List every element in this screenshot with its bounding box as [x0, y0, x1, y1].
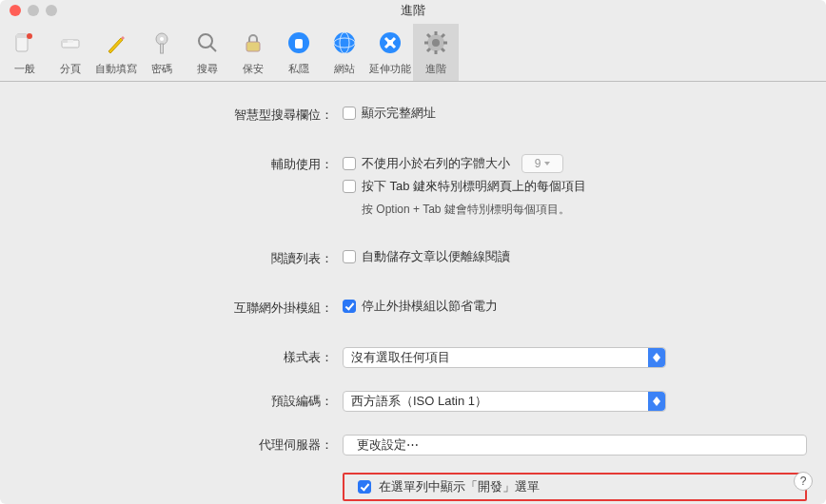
- help-button[interactable]: ?: [794, 472, 813, 491]
- tab-autofill[interactable]: 自動填寫: [93, 24, 139, 81]
- tab-highlight-checkbox[interactable]: [343, 180, 356, 193]
- search-icon: [192, 28, 223, 58]
- stop-plugins-label: 停止外掛模組以節省電力: [362, 298, 498, 315]
- min-font-checkbox[interactable]: [343, 157, 356, 170]
- smart-search-label: 智慧型搜尋欄位：: [19, 105, 343, 124]
- key-icon: [147, 28, 177, 58]
- reading-list-row: 閱讀列表： 自動儲存文章以便離線閱讀: [19, 248, 807, 267]
- tab-highlight-label: 按下 Tab 鍵來特別標明網頁上的每個項目: [362, 178, 586, 195]
- tab-label: 分頁: [60, 62, 81, 76]
- svg-point-14: [334, 32, 355, 53]
- zoom-button[interactable]: [46, 5, 57, 16]
- accessibility-hint: 按 Option + Tab 鍵會特別標明每個項目。: [362, 202, 807, 218]
- proxy-row: 代理伺服器： 更改設定⋯: [19, 435, 807, 456]
- tab-search[interactable]: 搜尋: [185, 24, 230, 81]
- tab-extensions[interactable]: 延伸功能: [367, 24, 413, 81]
- svg-rect-4: [62, 40, 68, 43]
- change-settings-button[interactable]: 更改設定⋯: [343, 435, 807, 456]
- tabs-icon: [55, 28, 86, 58]
- lock-icon: [238, 28, 268, 58]
- accessibility-label: 輔助使用：: [19, 154, 343, 173]
- svg-line-10: [210, 46, 216, 51]
- plugins-label: 互聯網外掛模組：: [19, 298, 343, 317]
- titlebar: 進階: [0, 0, 826, 21]
- globe-icon: [329, 28, 360, 58]
- close-button[interactable]: [10, 5, 21, 16]
- stylesheet-select[interactable]: 沒有選取任何項目: [343, 347, 666, 368]
- tab-label: 密碼: [151, 62, 172, 76]
- encoding-label: 預設編碼：: [19, 391, 343, 410]
- privacy-icon: [284, 28, 314, 58]
- stylesheet-label: 樣式表：: [19, 347, 343, 366]
- tab-advanced[interactable]: 進階: [413, 24, 459, 81]
- svg-rect-8: [161, 44, 164, 53]
- chevron-down-icon: [544, 162, 550, 165]
- proxy-label: 代理伺服器：: [19, 435, 343, 454]
- select-arrows-icon: [648, 348, 665, 367]
- tab-label: 自動填寫: [95, 62, 137, 76]
- tab-passwords[interactable]: 密碼: [139, 24, 185, 81]
- svg-line-26: [442, 48, 444, 51]
- min-font-label: 不使用小於右列的字體大小: [362, 155, 510, 172]
- svg-rect-1: [16, 34, 28, 38]
- tab-label: 私隱: [288, 62, 309, 76]
- tab-label: 一般: [14, 62, 35, 76]
- preferences-toolbar: 一般 分頁 自動填寫 密碼 搜尋: [0, 21, 826, 82]
- tab-label: 延伸功能: [369, 62, 411, 76]
- tab-websites[interactable]: 網站: [322, 24, 367, 81]
- show-full-url-checkbox[interactable]: [343, 107, 356, 120]
- window-title: 進階: [0, 2, 826, 19]
- tab-label: 進階: [425, 62, 446, 76]
- svg-point-9: [199, 34, 212, 48]
- develop-menu-label: 在選單列中顯示「開發」選單: [379, 478, 540, 495]
- general-icon: [10, 28, 40, 58]
- show-full-url-label: 顯示完整網址: [362, 105, 436, 122]
- tab-label: 網站: [334, 62, 355, 76]
- svg-point-18: [387, 40, 393, 46]
- tab-privacy[interactable]: 私隱: [276, 24, 322, 81]
- select-arrows-icon: [648, 392, 665, 411]
- svg-point-2: [27, 33, 32, 39]
- svg-line-28: [442, 34, 444, 37]
- autofill-icon: [101, 28, 131, 58]
- encoding-row: 預設編碼： 西方語系（ISO Latin 1）: [19, 391, 807, 412]
- tab-general[interactable]: 一般: [2, 24, 48, 81]
- traffic-lights: [10, 5, 57, 16]
- svg-point-7: [160, 37, 164, 41]
- svg-line-25: [427, 34, 430, 37]
- tab-security[interactable]: 保安: [230, 24, 276, 81]
- stop-plugins-checkbox[interactable]: [343, 300, 356, 313]
- content-area: 智慧型搜尋欄位： 顯示完整網址 輔助使用： 不使用小於右列的字體大小 9: [0, 82, 826, 504]
- svg-rect-13: [295, 39, 303, 48]
- encoding-select[interactable]: 西方語系（ISO Latin 1）: [343, 391, 666, 412]
- encoding-value: 西方語系（ISO Latin 1）: [351, 393, 487, 410]
- tab-label: 保安: [243, 62, 264, 76]
- smart-search-row: 智慧型搜尋欄位： 顯示完整網址: [19, 105, 807, 124]
- plugins-row: 互聯網外掛模組： 停止外掛模組以節省電力: [19, 298, 807, 317]
- minimize-button[interactable]: [28, 5, 39, 16]
- stylesheet-row: 樣式表： 沒有選取任何項目: [19, 347, 807, 368]
- font-size-select[interactable]: 9: [521, 154, 563, 173]
- svg-line-27: [427, 48, 430, 51]
- auto-save-label: 自動儲存文章以便離線閱讀: [362, 248, 510, 265]
- auto-save-checkbox[interactable]: [343, 250, 356, 263]
- develop-menu-highlight: 在選單列中顯示「開發」選單: [343, 473, 807, 501]
- stylesheet-value: 沒有選取任何項目: [351, 349, 450, 366]
- develop-menu-checkbox[interactable]: [358, 480, 371, 494]
- svg-rect-11: [246, 42, 260, 51]
- advanced-preferences-window: 進階 一般 分頁 自動填寫 密碼: [0, 0, 826, 504]
- svg-point-20: [432, 39, 440, 47]
- develop-menu-row: 在選單列中顯示「開發」選單: [19, 473, 807, 501]
- tab-label: 搜尋: [197, 62, 218, 76]
- gear-icon: [421, 28, 451, 58]
- extensions-icon: [375, 28, 405, 58]
- svg-rect-5: [68, 40, 73, 43]
- reading-list-label: 閱讀列表：: [19, 248, 343, 267]
- tab-tabs[interactable]: 分頁: [48, 24, 93, 81]
- accessibility-row: 輔助使用： 不使用小於右列的字體大小 9 按下 Tab 鍵來特別標明網頁上的每個…: [19, 154, 807, 218]
